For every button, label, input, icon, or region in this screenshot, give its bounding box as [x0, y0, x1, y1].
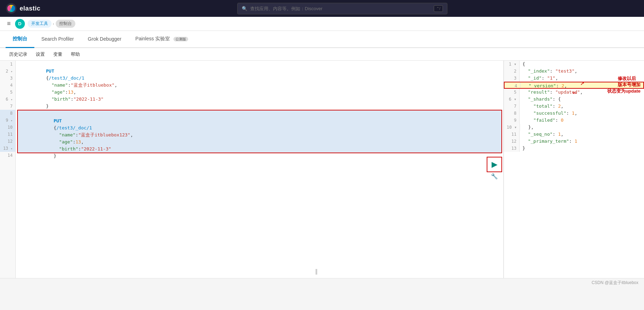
- token-key-2: "name": [59, 132, 76, 137]
- menu-history[interactable]: 历史记录: [6, 49, 31, 60]
- top-navbar: elastic 🔍 ⌃/: [0, 0, 644, 17]
- token-path: /test3/_doc/1: [46, 75, 84, 81]
- line-num-12: 12: [0, 138, 15, 145]
- line-num-8: 8: [0, 110, 15, 117]
- editor-line-9: {: [18, 117, 501, 124]
- tab-grok-debugger[interactable]: Grok Debugger: [81, 31, 129, 48]
- token-comma: ,: [115, 82, 117, 88]
- user-avatar-button[interactable]: D: [15, 19, 25, 29]
- response-line-13: 13 }: [504, 145, 644, 152]
- editor-line-14: [16, 153, 503, 160]
- response-line-12: 12 "_primary_term": 1: [504, 138, 644, 145]
- response-content-2: "_index": "test3",: [520, 68, 580, 75]
- token-comma-3: ,: [81, 139, 84, 144]
- response-content-10: },: [520, 124, 536, 131]
- response-content-12: "_primary_term": 1: [520, 138, 580, 145]
- search-icon: 🔍: [242, 6, 247, 11]
- response-content-4: "_version": 2,: [520, 82, 570, 88]
- response-content-13: }: [520, 145, 528, 152]
- footer: CSDN @蓝盒子itbluebox: [0, 278, 644, 287]
- tab-bar: 控制台 Search Profiler Grok Debugger Painle…: [0, 31, 644, 48]
- token-bracket-3: }: [54, 153, 56, 159]
- code-content[interactable]: PUT /test3/_doc/1 { "name":"蓝盒子itbluebox…: [16, 61, 503, 278]
- editor-line-7: [16, 103, 503, 110]
- response-num-6: 6 ▾: [504, 96, 520, 103]
- response-content-3: "_id": "1",: [520, 75, 561, 82]
- token-string: "2022-11-3": [74, 96, 104, 102]
- editor-line-1: PUT /test3/_doc/1: [16, 61, 503, 68]
- main-content: 1 2 ▾ 3 4 5 6 ▾ 7 8 9 ▾ 10 11 12 13 ▾ 14…: [0, 61, 644, 278]
- token-comma-2: ,: [130, 132, 133, 137]
- svg-point-3: [7, 6, 11, 11]
- token-string: "蓝盒子itbluebox": [71, 82, 115, 88]
- line-num-5: 5: [0, 89, 15, 96]
- breadcrumb-current: 控制台: [56, 20, 75, 28]
- line-num-11: 11: [0, 131, 15, 138]
- elastic-logo: elastic: [6, 3, 41, 14]
- menu-settings[interactable]: 设置: [32, 49, 48, 60]
- response-num-11: 11: [504, 131, 520, 138]
- token-method: PUT: [46, 68, 54, 74]
- menu-help[interactable]: 帮助: [67, 49, 83, 60]
- response-num-1: 1 ▾: [504, 61, 520, 68]
- global-search[interactable]: 🔍 ⌃/: [237, 3, 447, 14]
- response-line-1: 1 ▾ {: [504, 61, 644, 68]
- breadcrumb-parent-link[interactable]: 开发工具: [28, 20, 52, 28]
- line-num-14: 14: [0, 152, 15, 159]
- search-input[interactable]: [250, 6, 431, 11]
- response-line-2: 2 "_index": "test3",: [504, 68, 644, 75]
- response-line-6: 6 ▾ "_shards": {: [504, 96, 644, 103]
- token-bracket: {: [46, 75, 49, 81]
- editor-line-8: PUT /test3/_doc/1: [18, 110, 501, 117]
- token-bracket: }: [46, 103, 49, 109]
- wrench-button[interactable]: 🔧: [491, 173, 498, 180]
- token-number-2: 13: [76, 139, 81, 144]
- tab-search-profiler[interactable]: Search Profiler: [34, 31, 81, 48]
- breadcrumb: 开发工具 › 控制台: [28, 20, 75, 28]
- editor-line-2: {: [16, 68, 503, 75]
- tab-console[interactable]: 控制台: [6, 31, 34, 48]
- code-editor: 1 2 ▾ 3 4 5 6 ▾ 7 8 9 ▾ 10 11 12 13 ▾ 14…: [0, 61, 503, 278]
- response-content-1: {: [520, 61, 528, 68]
- editor-line-3: "name":"蓝盒子itbluebox",: [16, 75, 503, 82]
- response-content-8: "successful": 1,: [520, 110, 580, 117]
- annotation-label1: 修改以后: [618, 76, 636, 81]
- editor-panel[interactable]: 1 2 ▾ 3 4 5 6 ▾ 7 8 9 ▾ 10 11 12 13 ▾ 14…: [0, 61, 504, 278]
- tab-painless[interactable]: Painless 实验室 公测版: [128, 31, 195, 48]
- response-num-13: 13: [504, 145, 520, 152]
- line-num-6: 6 ▾: [0, 96, 15, 103]
- response-num-5: 5: [504, 89, 520, 96]
- token-key-3: "age": [59, 139, 73, 144]
- line-num-7: 7: [0, 103, 15, 110]
- annotation-arrow-version: ↙: [580, 80, 584, 89]
- run-button[interactable]: ▶: [492, 160, 498, 169]
- editor-line-5: "birth":"2022-11-3": [16, 89, 503, 96]
- response-num-9: 9: [504, 117, 520, 124]
- line-num-13: 13 ▾: [0, 145, 15, 152]
- editor-line-12: "birth":"2022-11-3": [18, 139, 501, 146]
- annotation-label3: 状态变为update: [607, 88, 640, 94]
- annotation-label2: 版本号增加: [618, 82, 640, 87]
- menu-variables[interactable]: 变量: [50, 49, 66, 60]
- response-line-7: 7 "total": 2,: [504, 103, 644, 110]
- response-content-11: "_seq_no": 1,: [520, 131, 566, 138]
- secondary-menu: 历史记录 设置 变量 帮助: [0, 48, 644, 61]
- line-num-3: 3: [0, 75, 15, 82]
- annotation-result: 状态变为update: [607, 88, 640, 94]
- response-line-10: 10 ▾ },: [504, 124, 644, 131]
- line-num-4: 4: [0, 82, 15, 89]
- response-num-2: 2: [504, 68, 520, 75]
- hamburger-menu-button[interactable]: ≡: [6, 19, 12, 29]
- token-key-4: "birth": [59, 146, 78, 151]
- divider-handle[interactable]: ‖: [315, 268, 318, 275]
- token-string-2: "蓝盒子itbluebox123": [78, 132, 130, 137]
- token-comma: ,: [74, 89, 76, 95]
- annotation-arrow-result: ←: [573, 89, 577, 96]
- response-num-3: 3: [504, 75, 520, 82]
- response-line-8: 8 "successful": 1,: [504, 110, 644, 117]
- line-num-1: 1: [0, 61, 15, 68]
- response-num-4: 4: [505, 82, 520, 88]
- run-button-container: ▶: [487, 157, 502, 172]
- token-key: "birth": [52, 96, 71, 102]
- response-num-12: 12: [504, 138, 520, 145]
